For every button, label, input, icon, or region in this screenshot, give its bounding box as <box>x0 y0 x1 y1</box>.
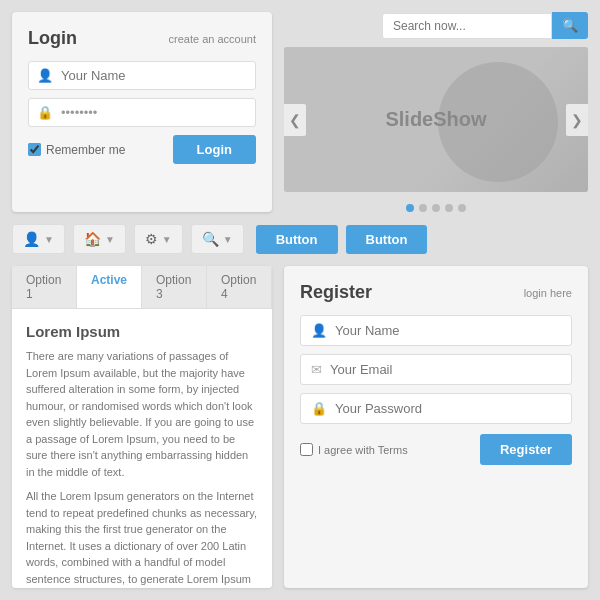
terms-checkbox[interactable] <box>300 443 313 456</box>
tab-content-area: Lorem Ipsum There are many variations of… <box>12 309 272 588</box>
search-icon: 🔍 <box>562 18 578 33</box>
nav-user-icon: 👤 <box>23 231 40 247</box>
tab-para-2: All the Lorem Ipsum generators on the In… <box>26 488 258 588</box>
reg-name-input[interactable] <box>335 323 561 338</box>
terms-label: I agree with Terms <box>300 443 408 456</box>
tab-option1[interactable]: Option 1 <box>12 266 77 308</box>
slideshow-label: SlideShow <box>385 108 486 131</box>
nav-settings-caret: ▼ <box>162 234 172 245</box>
tab-content-body: There are many variations of passages of… <box>26 348 258 588</box>
register-title: Register <box>300 282 372 303</box>
tab-content-title: Lorem Ipsum <box>26 323 258 340</box>
nav-home-caret: ▼ <box>105 234 115 245</box>
slide-dot-1[interactable] <box>406 204 414 212</box>
nav-search-caret: ▼ <box>223 234 233 245</box>
reg-password-group: 🔒 <box>300 393 572 424</box>
nav-home[interactable]: 🏠 ▼ <box>73 224 126 254</box>
slide-next-button[interactable]: ❯ <box>566 104 588 136</box>
action-buttons: Button Button <box>256 225 428 254</box>
search-input-wrap <box>382 13 552 39</box>
remember-label: Remember me <box>28 143 125 157</box>
search-button[interactable]: 🔍 <box>552 12 588 39</box>
search-bar: 🔍 <box>284 12 588 39</box>
slide-dot-5[interactable] <box>458 204 466 212</box>
reg-lock-icon: 🔒 <box>311 401 327 416</box>
lock-icon: 🔒 <box>37 105 53 120</box>
slide-dots <box>284 204 588 212</box>
register-button[interactable]: Register <box>480 434 572 465</box>
tab-active[interactable]: Active <box>77 266 142 308</box>
tab-option4[interactable]: Option 4 <box>207 266 272 308</box>
create-account-link[interactable]: create an account <box>169 33 256 45</box>
login-card: Login create an account 👤 🔒 Remember me … <box>12 12 272 212</box>
tab-option3[interactable]: Option 3 <box>142 266 207 308</box>
login-title: Login <box>28 28 77 49</box>
login-here-link[interactable]: login here <box>524 287 572 299</box>
top-right-section: 🔍 ❮ SlideShow ❯ <box>284 12 588 212</box>
login-button[interactable]: Login <box>173 135 256 164</box>
password-input[interactable] <box>61 105 247 120</box>
slide-dot-2[interactable] <box>419 204 427 212</box>
slide-prev-button[interactable]: ❮ <box>284 104 306 136</box>
user-icon: 👤 <box>37 68 53 83</box>
reg-email-group: ✉ <box>300 354 572 385</box>
reg-user-icon: 👤 <box>311 323 327 338</box>
slide-dot-3[interactable] <box>432 204 440 212</box>
action-button-1[interactable]: Button <box>256 225 338 254</box>
nav-settings[interactable]: ⚙ ▼ <box>134 224 183 254</box>
nav-user-caret: ▼ <box>44 234 54 245</box>
reg-email-icon: ✉ <box>311 362 322 377</box>
tabs-bar: Option 1 Active Option 3 Option 4 <box>12 266 272 309</box>
tabs-content: Option 1 Active Option 3 Option 4 Lorem … <box>12 266 272 588</box>
reg-password-input[interactable] <box>335 401 561 416</box>
nav-settings-icon: ⚙ <box>145 231 158 247</box>
nav-user[interactable]: 👤 ▼ <box>12 224 65 254</box>
reg-name-group: 👤 <box>300 315 572 346</box>
register-card: Register login here 👤 ✉ 🔒 I agree with T… <box>284 266 588 588</box>
search-input[interactable] <box>393 19 541 33</box>
slide-dot-4[interactable] <box>445 204 453 212</box>
slideshow: ❮ SlideShow ❯ <box>284 47 588 192</box>
middle-row: 👤 ▼ 🏠 ▼ ⚙ ▼ 🔍 ▼ Button Button <box>12 224 588 254</box>
reg-email-input[interactable] <box>330 362 561 377</box>
nav-search[interactable]: 🔍 ▼ <box>191 224 244 254</box>
tab-para-1: There are many variations of passages of… <box>26 348 258 480</box>
action-button-2[interactable]: Button <box>346 225 428 254</box>
nav-home-icon: 🏠 <box>84 231 101 247</box>
username-input[interactable] <box>61 68 247 83</box>
password-input-group: 🔒 <box>28 98 256 127</box>
nav-search-icon: 🔍 <box>202 231 219 247</box>
remember-checkbox[interactable] <box>28 143 41 156</box>
username-input-group: 👤 <box>28 61 256 90</box>
